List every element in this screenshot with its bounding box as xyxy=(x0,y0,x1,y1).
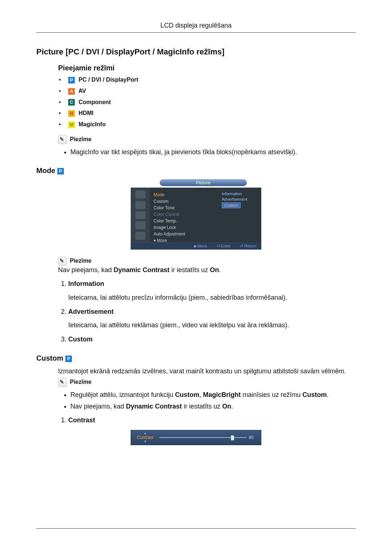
osd-footer-return: ↺ Return xyxy=(240,244,256,249)
note-text-bold: Dynamic Contrast xyxy=(126,403,182,410)
note-heading: Piezīme xyxy=(58,378,356,387)
osd-menu-item: Color Temp. xyxy=(154,218,217,224)
osd-options: Information Advertisement Custom xyxy=(220,188,261,242)
note-text: . xyxy=(231,403,233,410)
note-item: Regulējot attēlu, izmantojot funkciju Cu… xyxy=(70,390,356,399)
contrast-label-text: Contrast xyxy=(137,435,153,440)
osd-tab-icon xyxy=(135,201,146,209)
osd-menu-item: Color Control xyxy=(154,211,217,218)
osd-menu-item: Color Tone xyxy=(154,205,217,211)
osd-menu-item: Mode xyxy=(154,192,217,198)
note-text: . xyxy=(219,266,221,274)
osd-menu-item: Custom xyxy=(154,198,217,205)
osd-tab-icon xyxy=(135,232,146,240)
osd-tab-icon xyxy=(135,221,146,229)
note-list: MagicInfo var tikt iespējots tikai, ja p… xyxy=(58,148,356,156)
contrast-value: 90 xyxy=(249,435,259,440)
contrast-track xyxy=(159,437,246,438)
subsection-available-modes: Pieejamie režīmi xyxy=(58,64,356,72)
osd-menu-item: ▾ More xyxy=(154,237,217,244)
mode-item-pc: P PC / DVI / DisplayPort xyxy=(59,77,356,83)
note-title: Piezīme xyxy=(70,136,91,142)
note-text: . xyxy=(327,391,328,398)
note-text: , xyxy=(199,391,203,398)
note-list: Regulējot attēlu, izmantojot funkciju Cu… xyxy=(58,390,356,411)
mode-heading-text: Mode xyxy=(36,167,55,175)
mode-item-magicinfo: M MagicInfo xyxy=(59,121,356,128)
note-item: Nav pieejams, kad Dynamic Contrast ir ie… xyxy=(70,402,356,411)
h-icon: H xyxy=(68,110,75,117)
osd-screenshot: Picture Mode Custom Color Tone Color Con… xyxy=(131,179,261,250)
note-text-bold: Dynamic Contrast xyxy=(114,266,170,274)
custom-options-list: Contrast xyxy=(58,416,356,425)
custom-heading: Custom P xyxy=(36,354,356,362)
note-text-bold: MagicBright xyxy=(203,391,241,398)
osd-title: Picture xyxy=(160,179,247,186)
note-icon xyxy=(58,257,67,266)
list-item: Custom xyxy=(68,335,356,344)
note-text-bold: On xyxy=(210,266,219,274)
contrast-label: ▲ Contrast ▼ xyxy=(133,432,157,443)
option-body: Ieteicama, lai attēlotu reklāmas (piem.,… xyxy=(68,321,356,330)
note-item: MagicInfo var tikt iespējots tikai, ja p… xyxy=(70,148,356,156)
note-title: Piezīme xyxy=(70,258,91,264)
list-item: Advertisement Ieteicama, lai attēlotu re… xyxy=(68,307,356,330)
option-title: Information xyxy=(68,279,356,288)
osd-option: Information xyxy=(222,192,258,196)
note-text: ir iestatīts uz xyxy=(182,403,222,410)
note-text-bold: On xyxy=(222,403,231,410)
note-paragraph: Nav pieejams, kad Dynamic Contrast ir ie… xyxy=(58,266,356,274)
osd-footer-enter: ⏎ Enter xyxy=(217,244,230,249)
contrast-bar: ▲ Contrast ▼ 90 xyxy=(131,430,261,445)
contrast-handle xyxy=(231,435,234,440)
osd-option-selected: Custom xyxy=(222,202,241,208)
osd-footer-move: ◆ Move xyxy=(193,244,207,249)
osd-option: Advertisement xyxy=(222,197,258,201)
note-text-bold: Custom xyxy=(175,391,199,398)
mode-label: Component xyxy=(79,99,111,105)
mode-heading: Mode P xyxy=(36,167,356,175)
note-text: mainīsies uz režīmu xyxy=(241,391,302,398)
osd-tab-icon xyxy=(135,190,146,198)
mode-label: MagicInfo xyxy=(79,121,106,127)
mode-label: HDMI xyxy=(79,110,94,116)
note-title: Piezīme xyxy=(70,379,91,385)
mode-item-hdmi: H HDMI xyxy=(59,110,356,117)
option-title: Custom xyxy=(68,335,356,344)
note-text: Regulējot attēlu, izmantojot funkciju xyxy=(70,391,175,398)
mode-options-list: Information Ieteicama, lai attēlotu prec… xyxy=(58,279,356,344)
c-icon: C xyxy=(68,99,75,106)
page: LCD displeja regulēšana Picture [PC / DV… xyxy=(0,0,392,554)
p-icon: P xyxy=(68,77,75,83)
p-icon: P xyxy=(65,356,72,362)
modes-list: P PC / DVI / DisplayPort A AV C Componen… xyxy=(36,77,356,128)
custom-intro: Izmantojot ekrānā redzamās izvēlnes, var… xyxy=(58,367,356,376)
page-header: LCD displeja regulēšana xyxy=(36,22,356,33)
mode-label: AV xyxy=(78,88,86,94)
note-heading: Piezīme xyxy=(58,257,356,266)
section-heading-picture: Picture [PC / DVI / DisplayPort / MagicI… xyxy=(36,47,356,57)
note-text: Nav pieejams, kad xyxy=(58,266,114,274)
mode-item-component: C Component xyxy=(59,99,356,106)
note-text: Nav pieejams, kad xyxy=(70,403,126,410)
note-heading: Piezīme xyxy=(58,135,356,144)
osd-tab-icon xyxy=(135,211,146,219)
up-arrow-icon: ▲ xyxy=(133,432,157,435)
custom-heading-text: Custom xyxy=(36,354,63,362)
option-title: Contrast xyxy=(68,416,356,425)
osd-menu-item: Image Lock xyxy=(154,224,217,231)
mode-label: PC / DVI / DisplayPort xyxy=(79,77,138,83)
contrast-bar-panel: ▲ Contrast ▼ 90 xyxy=(131,430,261,445)
p-icon: P xyxy=(57,168,64,175)
note-text-bold: Custom xyxy=(302,391,327,398)
down-arrow-icon: ▼ xyxy=(133,440,157,443)
osd-menu: Mode Custom Color Tone Color Control Col… xyxy=(150,188,220,242)
option-body: Ieteicama, lai attēlotu precīzu informāc… xyxy=(68,293,356,302)
m-icon: M xyxy=(68,122,75,128)
osd-menu-item: Auto Adjustment xyxy=(154,231,217,237)
note-text: ir iestatīts uz xyxy=(170,266,210,274)
osd-tabs xyxy=(131,188,150,242)
note-icon xyxy=(58,135,67,144)
footer-divider xyxy=(36,528,356,529)
mode-item-av: A AV xyxy=(59,88,356,95)
